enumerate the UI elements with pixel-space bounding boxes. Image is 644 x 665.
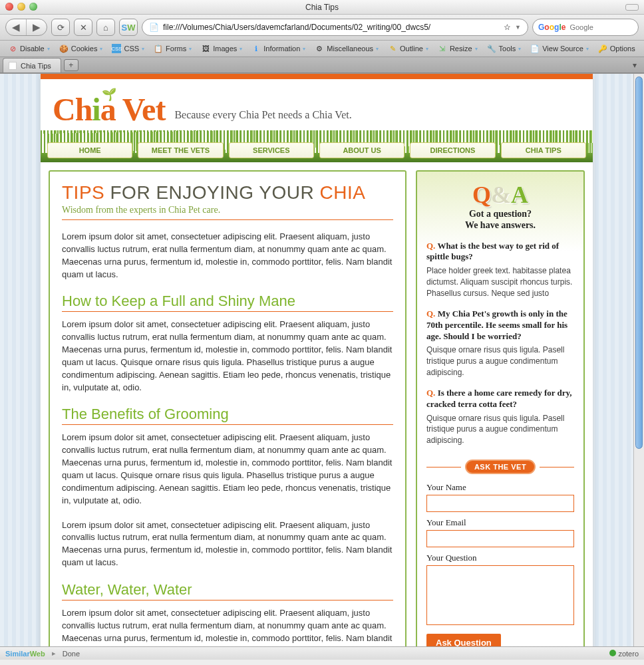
dev-css[interactable]: CSSCSS▾ xyxy=(108,43,148,55)
titlebar: Chia Tips xyxy=(0,0,644,15)
dropdown-chevron-icon[interactable]: ▼ xyxy=(515,24,521,31)
vertical-scrollbar[interactable] xyxy=(633,74,644,646)
zoom-window-button[interactable] xyxy=(29,3,37,11)
dev-options[interactable]: 🔑Options xyxy=(594,43,639,55)
search-bar[interactable]: Google 🔍 xyxy=(532,19,639,36)
qa-sub2: We have answers. xyxy=(426,220,574,231)
qa-sub1: Got a question? xyxy=(426,209,574,220)
form-label-email: Your Email xyxy=(426,517,574,528)
section-heading: How to Keep a Full and Shiny Mane xyxy=(62,293,393,312)
dev-information[interactable]: ℹInformation▾ xyxy=(247,43,309,55)
scrollbar-thumb[interactable] xyxy=(635,76,643,449)
similarweb-status[interactable]: SimilarWeb xyxy=(5,650,45,658)
window-title: Chia Tips xyxy=(305,3,339,12)
similarweb-toolbar-button[interactable]: SW xyxy=(119,19,138,36)
dev-tools[interactable]: 🔧Tools▾ xyxy=(483,43,526,55)
dev-forms[interactable]: 📋Forms▾ xyxy=(150,43,196,55)
body-paragraph: Lorem ipsum dolor sit amet, consectetuer… xyxy=(62,432,393,507)
form-label-question: Your Question xyxy=(426,553,574,563)
content-row: TIPS FOR ENJOYING YOUR CHIA Wisdom from … xyxy=(41,162,593,646)
forward-button[interactable]: ▶ xyxy=(27,19,47,36)
qa-logo: Q&A xyxy=(426,181,574,209)
nav-services[interactable]: SERVICES xyxy=(229,142,314,158)
main-column: TIPS FOR ENJOYING YOUR CHIA Wisdom from … xyxy=(49,170,406,646)
minimize-window-button[interactable] xyxy=(17,3,25,11)
status-bar: SimilarWeb ▸ Done zotero xyxy=(0,646,644,660)
qa-answer: Quisque ornare risus quis ligula. Pasell… xyxy=(426,344,574,378)
nav-home[interactable]: HOME xyxy=(47,142,132,158)
qa-question: Q. Is there a home care remedy for dry, … xyxy=(426,388,574,410)
browser-chrome: Chia Tips ◀ ▶ ⟳ ✕ ⌂ SW 📄 ☆ ▼ Google 🔍 ⊘D… xyxy=(0,0,644,74)
dev-resize[interactable]: ⇲Resize▾ xyxy=(434,43,482,55)
reload-button[interactable]: ⟳ xyxy=(51,19,70,36)
bookmark-star-icon[interactable]: ☆ xyxy=(504,23,511,32)
nav-directions[interactable]: DIRECTIONS xyxy=(410,142,495,158)
nav-chia-tips[interactable]: CHIA TIPS xyxy=(501,142,586,158)
dev-cookies[interactable]: 🍪Cookies▾ xyxy=(55,43,107,55)
form-label-name: Your Name xyxy=(426,482,574,493)
question-textarea[interactable] xyxy=(426,565,574,625)
logo-text: Ch xyxy=(53,92,92,127)
window-pill[interactable] xyxy=(625,4,639,11)
section-heading: The Benefits of Grooming xyxy=(62,406,393,425)
tab-strip: Chia Tips + ▾ xyxy=(0,57,644,73)
qa-answer: Quisque ornare risus quis ligula. Pasell… xyxy=(426,413,574,446)
page-title: TIPS FOR ENJOYING YOUR CHIA xyxy=(62,182,393,203)
stop-button[interactable]: ✕ xyxy=(74,19,92,36)
search-input[interactable] xyxy=(569,23,644,31)
site-header: 🌱 Chia Vet Because every Chia Pet needs … xyxy=(41,79,593,128)
page-scroll-area: 🌱 Chia Vet Because every Chia Pet needs … xyxy=(0,74,633,646)
webdev-toolbar: ⊘Disable▾ 🍪Cookies▾ CSSCSS▾ 📋Forms▾ 🖼Ima… xyxy=(0,41,644,57)
qa-answer: Place holder greek text. habitasse plate… xyxy=(426,265,574,299)
top-accent-bar xyxy=(41,74,593,79)
dev-viewsource[interactable]: 📄View Source▾ xyxy=(526,43,593,55)
url-bar[interactable]: 📄 ☆ ▼ xyxy=(142,19,528,36)
nav-about-us[interactable]: ABOUT US xyxy=(319,142,404,158)
url-input[interactable] xyxy=(163,23,500,32)
close-window-button[interactable] xyxy=(5,3,13,11)
page-icon: 📄 xyxy=(149,23,159,32)
tab-favicon xyxy=(9,62,17,70)
home-button[interactable]: ⌂ xyxy=(96,19,115,36)
name-input[interactable] xyxy=(426,495,574,512)
tab-chia-tips[interactable]: Chia Tips xyxy=(3,58,61,72)
section-heading: Water, Water, Water xyxy=(62,581,393,600)
email-input[interactable] xyxy=(426,530,574,547)
leaf-icon: 🌱 xyxy=(102,87,116,102)
zotero-status[interactable]: zotero xyxy=(609,650,639,658)
status-done: Done xyxy=(63,650,80,658)
main-nav: HOME MEET THE VETS SERVICES ABOUT US DIR… xyxy=(41,130,593,162)
qa-question: Q. My Chia Pet's growth is only in the 7… xyxy=(426,309,574,342)
back-button[interactable]: ◀ xyxy=(6,19,26,36)
ask-the-vet-header: ASK THE VET xyxy=(426,460,574,474)
tab-label: Chia Tips xyxy=(21,62,51,70)
body-paragraph: Lorem ipsum dolor sit amet, consectetuer… xyxy=(62,607,393,646)
dev-images[interactable]: 🖼Images▾ xyxy=(197,43,246,55)
logo-text: i xyxy=(92,92,100,127)
google-icon: Google xyxy=(538,23,565,32)
back-forward-group: ◀ ▶ xyxy=(5,19,47,36)
tagline: Because every Chia Pet needs a Chia Vet. xyxy=(174,109,351,128)
dev-outline[interactable]: ✎Outline▾ xyxy=(384,43,432,55)
dev-miscellaneous[interactable]: ⚙Miscellaneous▾ xyxy=(311,43,383,55)
status-chevron-icon[interactable]: ▸ xyxy=(52,649,56,658)
qa-question: Q. What is the best way to get rid of sp… xyxy=(426,241,574,263)
new-tab-button[interactable]: + xyxy=(64,59,79,71)
page-subtitle: Wisdom from the experts in Chia Pet care… xyxy=(62,205,393,220)
qa-header: Q&A Got a question? We have answers. xyxy=(426,181,574,231)
viewport: 🌱 Chia Vet Because every Chia Pet needs … xyxy=(0,74,644,646)
ask-question-button[interactable]: Ask Question xyxy=(426,634,501,646)
body-paragraph: Lorem ipsum dolor sit amet, consectetuer… xyxy=(62,519,393,569)
ask-pill: ASK THE VET xyxy=(465,460,536,474)
tab-list-menu[interactable]: ▾ xyxy=(628,59,641,71)
body-paragraph: Lorem ipsum dolor sit amet, consectetuer… xyxy=(62,319,393,394)
nav-toolbar: ◀ ▶ ⟳ ✕ ⌂ SW 📄 ☆ ▼ Google 🔍 xyxy=(0,15,644,41)
page-background: 🌱 Chia Vet Because every Chia Pet needs … xyxy=(0,74,633,646)
nav-meet-the-vets[interactable]: MEET THE VETS xyxy=(138,142,223,158)
page-container: 🌱 Chia Vet Because every Chia Pet needs … xyxy=(41,74,593,646)
dev-disable[interactable]: ⊘Disable▾ xyxy=(4,43,54,55)
intro-paragraph: Lorem ipsum dolor sit amet, consectetuer… xyxy=(62,231,393,281)
site-logo[interactable]: 🌱 Chia Vet xyxy=(53,91,165,128)
sidebar-qa: Q&A Got a question? We have answers. Q. … xyxy=(416,170,585,646)
window-controls xyxy=(5,3,37,11)
